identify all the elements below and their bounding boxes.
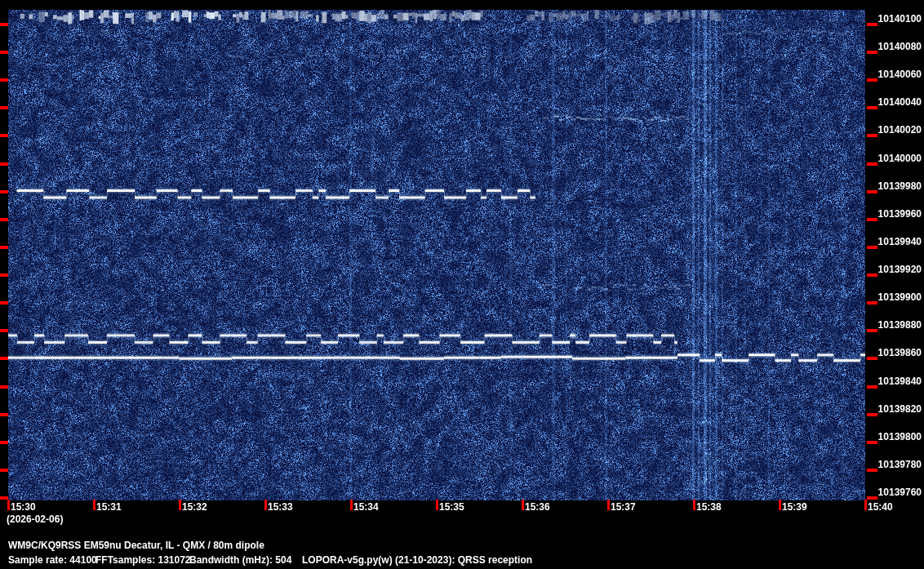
time-tick-label: 15:36 xyxy=(525,502,550,513)
time-tick-label: 15:32 xyxy=(182,502,207,513)
sample-rate-value: Sample rate: 44100 xyxy=(8,554,97,566)
time-tick-label: 15:31 xyxy=(96,502,122,513)
date-label: (2026-02-06) xyxy=(7,514,63,525)
time-tick-label: 15:33 xyxy=(268,502,293,513)
qrss-grabber-window: 1014010010140080101400601014004010140020… xyxy=(0,0,924,569)
bandwidth-value: Bandwidth (mHz): 504 xyxy=(189,554,291,566)
time-tick-label: 15:37 xyxy=(611,502,636,513)
time-tick-label: 15:38 xyxy=(696,502,722,513)
time-tick-label: 15:39 xyxy=(782,502,807,513)
time-tick-label: 15:35 xyxy=(439,502,464,513)
station-info: WM9C/KQ9RSS EM59nu Decatur, IL - QMX / 8… xyxy=(8,540,264,551)
time-tick-label: 15:30 xyxy=(11,502,36,513)
fft-samples-value: FFTsamples: 131072 xyxy=(96,554,191,566)
time-axis: 15:3015:3115:3215:3315:3415:3515:3615:37… xyxy=(0,0,924,569)
time-tick-label: 15:40 xyxy=(868,502,893,513)
time-tick-label: 15:34 xyxy=(353,502,379,513)
software-version: LOPORA-v5g.py(w) (21-10-2023): QRSS rece… xyxy=(302,554,532,566)
